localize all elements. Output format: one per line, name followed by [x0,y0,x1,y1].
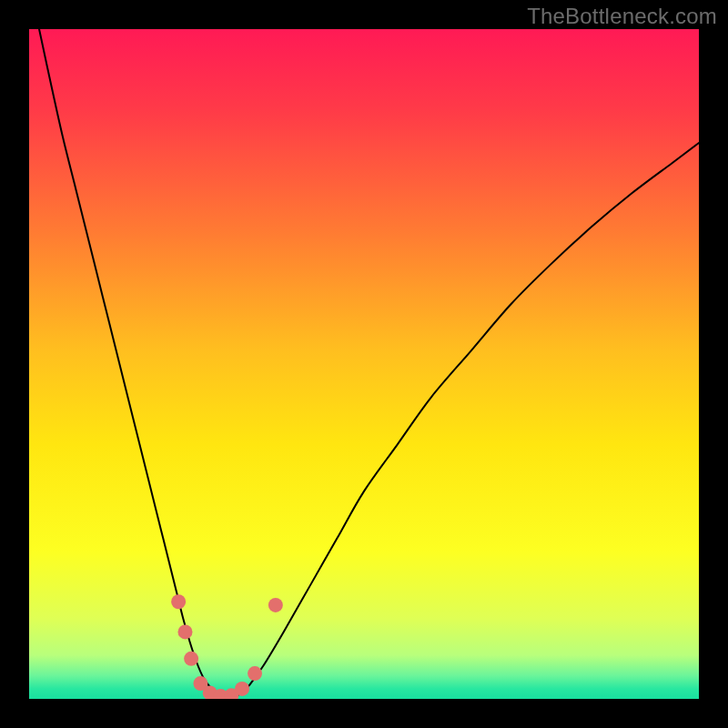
marker-dot [184,652,198,666]
marker-dot [268,598,283,612]
plot-area [29,29,699,699]
watermark-label: TheBottleneck.com [527,4,717,29]
chart-canvas [29,29,699,699]
chart-frame: TheBottleneck.com [0,0,728,728]
gradient-background [29,29,699,699]
marker-dot [235,682,249,696]
marker-dot [171,594,186,609]
marker-dot [177,624,192,639]
marker-dot [248,666,262,681]
